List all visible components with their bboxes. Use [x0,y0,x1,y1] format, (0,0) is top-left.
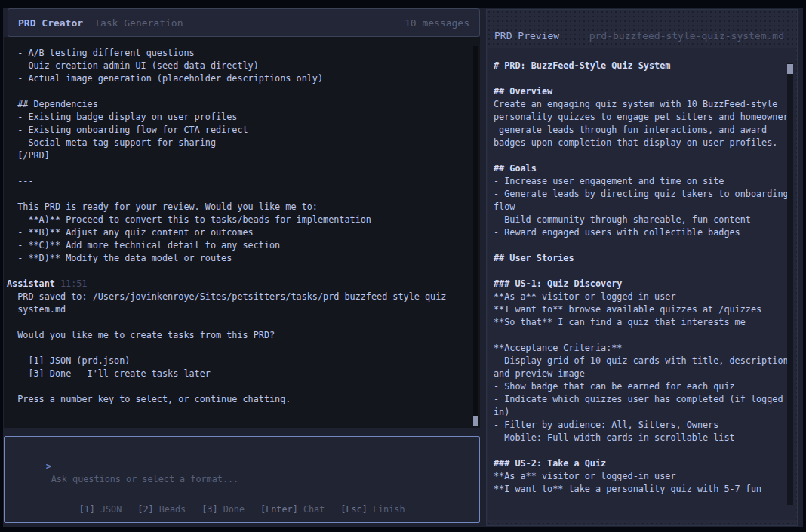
chat-line: - **A)** Proceed to convert this to task… [7,214,480,226]
assistant-label: Assistant [7,278,55,289]
chat-line [7,380,480,393]
preview-line [494,149,796,162]
chat-message-log[interactable]: - A/B testing different questions - Quiz… [4,37,480,428]
preview-line: - Mobile: Full-width cards in scrollable… [494,432,796,444]
app-title: PRD Creator [18,17,83,29]
chat-line: [1] JSON (prd.json) [7,355,480,367]
hint-label: JSON [95,504,122,515]
hint-label: Beads [154,504,186,515]
message-header: Assistant11:51 [7,278,480,291]
hint-finish: [Esc] Finish [340,503,405,516]
preview-line: **I want to** take a personality quiz wi… [494,483,796,496]
preview-panel: PRD Preview prd-buzzfeed-style-quiz-syst… [486,9,798,526]
chat-line: [/PRD] [7,149,480,162]
chat-line: - Social meta tag support for sharing [7,137,480,149]
preview-line: generate leads through fun interactions,… [494,124,796,137]
chat-line: ## Dependencies [7,98,480,111]
preview-line: # PRD: BuzzFeed-Style Quiz System [494,60,796,72]
chat-line: Press a number key to select, or continu… [7,393,480,406]
preview-header: PRD Preview prd-buzzfeed-style-quiz-syst… [488,11,796,48]
hint-key: [2] [137,504,153,515]
chat-line: - A/B testing different questions [7,47,480,60]
hint-label: Chat [298,504,325,515]
preview-line [494,265,796,278]
chat-line: [3] Done - I'll create tasks later [7,367,480,380]
message-count: 10 messages [405,17,469,29]
preview-line: - Indicate which quizzes user has comple… [494,393,796,406]
preview-line: flow [494,201,796,214]
preview-line: in) [494,406,796,419]
chat-line [7,316,480,329]
preview-line: - Reward engaged users with collectible … [494,226,796,239]
preview-title: PRD Preview [494,30,559,42]
prd-creator-app: PRD Creator Task Generation 10 messages … [3,8,803,527]
chat-line: This PRD is ready for your review. Would… [7,201,480,214]
chat-line: - Existing onboarding flow for CTA redir… [7,124,480,137]
chat-line [7,188,480,201]
hint-json: [1] JSON [78,503,122,516]
preview-line [494,72,796,85]
hint-key: [Esc] [340,504,368,515]
prompt-caret-icon: > [46,461,51,472]
preview-line: ## Overview [494,85,796,98]
preview-line [494,239,796,252]
hint-label: Done [218,504,245,515]
preview-line: - Filter by audience: All, Sitters, Owne… [494,419,796,432]
preview-line: - Show badge that can be earned for each… [494,380,796,393]
chat-header: PRD Creator Task Generation 10 messages [8,8,480,37]
chat-line: PRD saved to: /Users/jovinkenroye/Sites/… [7,291,480,303]
preview-line: - Display grid of 10 quiz cards with tit… [494,355,796,367]
chat-line: Would you like me to create tasks from t… [7,329,480,342]
chat-line: - **B)** Adjust any quiz content or outc… [7,226,480,239]
preview-line: personality quizzes to engage pet sitter… [494,111,796,124]
chat-line: --- [7,175,480,188]
hint-label: Finish [368,504,405,515]
preview-content[interactable]: # PRD: BuzzFeed-Style Quiz System## Over… [488,48,796,520]
hint-chat: [Enter] Chat [260,503,325,516]
hint-key: [1] [78,504,94,515]
chat-line: - **D)** Modify the data model or routes [7,252,480,265]
hint-key: [Enter] [260,504,298,515]
hint-done: [3] Done [202,503,245,516]
preview-line: and preview image [494,367,796,380]
preview-line: ## User Stories [494,252,796,265]
preview-line: badges upon completion that display on u… [494,137,796,149]
preview-line: ## Goals [494,162,796,175]
preview-filename: prd-buzzfeed-style-quiz-system.md [589,30,784,42]
preview-line: - Generate leads by directing quiz taker… [494,188,796,201]
preview-line: ### US-2: Take a Quiz [494,457,796,470]
chat-line: - **C)** Add more technical detail to an… [7,239,480,252]
preview-line: **As a** visitor or logged-in user [494,291,796,303]
preview-line: **As a** visitor or logged-in user [494,470,796,483]
chat-line [7,85,480,98]
preview-line: **Acceptance Criteria:** [494,342,796,355]
preview-scrollbar[interactable] [787,63,793,505]
preview-line: - Build community through shareable, fun… [494,214,796,226]
message-timestamp: 11:51 [60,278,88,289]
mode-label: Task Generation [94,17,183,29]
chat-line: - Existing badge display on user profile… [7,111,480,124]
preview-line: - Increase user engagement and time on s… [494,175,796,188]
hint-beads: [2] Beads [137,503,186,516]
chat-line [7,265,480,278]
preview-line: **I want to** browse available quizzes a… [494,303,796,316]
preview-lines: # PRD: BuzzFeed-Style Quiz System## Over… [488,48,796,496]
preview-line [494,444,796,457]
preview-scrollbar-thumb[interactable] [787,64,793,74]
chat-scrollbar[interactable] [473,46,478,426]
preview-line: **So that** I can find a quiz that inter… [494,316,796,329]
chat-line [7,162,480,175]
preview-line [494,329,796,342]
prompt-row[interactable]: > Ask questions or select a format... [5,437,479,499]
hint-key: [3] [202,504,217,515]
keyboard-hints: [1] JSON[2] Beads[3] Done[Enter] Chat[Es… [5,503,479,516]
preview-line: ### US-1: Quiz Discovery [494,278,796,291]
input-placeholder: Ask questions or select a format... [51,474,239,484]
chat-line [7,342,480,355]
chat-line: system.md [7,303,480,316]
chat-line: - Actual image generation (placeholder d… [7,72,480,85]
chat-input[interactable]: > Ask questions or select a format... [1… [4,436,480,523]
preview-line: Create an engaging quiz system with 10 B… [494,98,796,111]
chat-scrollbar-thumb[interactable] [473,416,478,426]
chat-lines: - A/B testing different questions - Quiz… [4,37,480,406]
